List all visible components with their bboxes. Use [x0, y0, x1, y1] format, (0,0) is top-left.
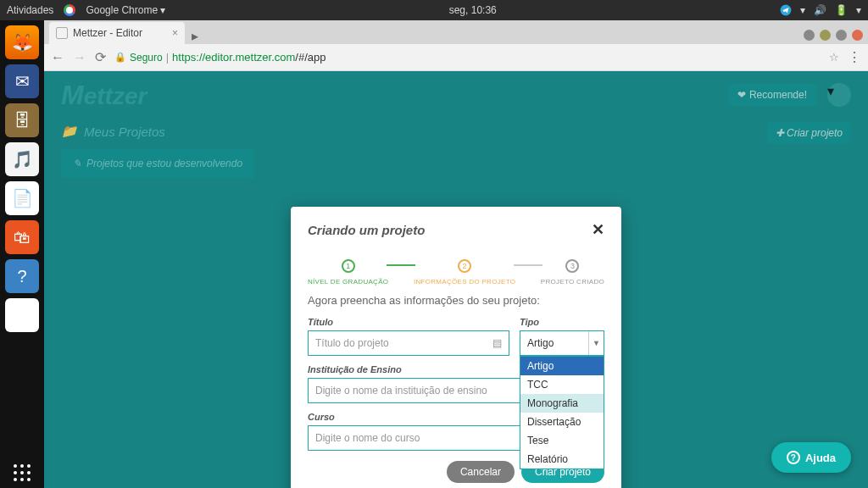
nav-forward: →: [73, 50, 86, 65]
tipo-dropdown: ArtigoTCCMonografiaDissertaçãoTeseRelató…: [520, 356, 604, 469]
url-field[interactable]: 🔒 Seguro | https://editor.mettzer.com/#/…: [114, 51, 821, 64]
tipo-combobox[interactable]: Artigo ▼: [520, 330, 604, 356]
tipo-option[interactable]: Artigo: [520, 357, 604, 375]
tipo-option[interactable]: Dissertação: [520, 413, 604, 431]
chevron-down-icon[interactable]: ▼: [588, 331, 604, 355]
cancel-button[interactable]: Cancelar: [447, 461, 515, 483]
clock: seg, 10:36: [165, 4, 780, 16]
launcher-help[interactable]: ?: [5, 259, 39, 293]
tipo-option[interactable]: TCC: [520, 375, 604, 394]
tab-title: Mettzer - Editor: [73, 27, 142, 39]
lock-icon: 🔒: [114, 52, 126, 63]
titulo-input[interactable]: Título do projeto ▤: [308, 330, 509, 356]
battery-icon[interactable]: 🔋: [835, 4, 848, 16]
create-project-modal: Criando um projeto ✕ 1NÍVEL DE GRADUAÇÃO…: [291, 207, 621, 488]
bookmark-icon[interactable]: ☆: [829, 51, 839, 64]
profile-icon[interactable]: [804, 30, 815, 41]
modal-close-icon[interactable]: ✕: [592, 220, 604, 239]
volume-icon[interactable]: 🔊: [814, 4, 826, 16]
tab-strip: Mettzer - Editor × ▸: [44, 20, 868, 44]
launcher-chrome-active[interactable]: [5, 298, 39, 332]
app-body: Mettzer ❤ Recomende! ▾ 📁 Meus Projetos ✚…: [44, 71, 868, 488]
titulo-label: Título: [308, 317, 509, 327]
power-icon[interactable]: ▾: [856, 4, 861, 16]
chrome-icon: [64, 4, 75, 16]
window-maximize[interactable]: [836, 30, 847, 41]
telegram-icon[interactable]: [780, 4, 792, 16]
tipo-option[interactable]: Relatório: [520, 450, 604, 469]
network-icon[interactable]: ▾: [800, 4, 805, 16]
nav-reload[interactable]: ⟳: [95, 49, 106, 65]
tipo-option[interactable]: Monografia: [520, 394, 604, 413]
secure-label: Seguro: [130, 52, 163, 64]
app-menu[interactable]: Google Chrome ▾: [86, 4, 165, 16]
launcher-software[interactable]: 🛍: [5, 220, 39, 254]
nav-back[interactable]: ←: [51, 50, 64, 65]
activities-button[interactable]: Atividades: [7, 4, 53, 16]
window-close[interactable]: [852, 30, 863, 41]
chrome-window: Mettzer - Editor × ▸ ← → ⟳ 🔒 Seguro | ht…: [44, 20, 868, 488]
browser-tab[interactable]: Mettzer - Editor ×: [49, 22, 185, 44]
step-2: 2INFORMAÇÕES DO PROJETO: [414, 259, 515, 286]
os-top-bar: Atividades Google Chrome ▾ seg, 10:36 ▾ …: [0, 0, 868, 20]
ubuntu-launcher: 🦊 ✉ 🗄 🎵 📄 🛍 ?: [0, 20, 44, 488]
chrome-menu-icon[interactable]: ⋮: [848, 49, 861, 65]
favicon: [56, 27, 68, 39]
launcher-libreoffice[interactable]: 📄: [5, 181, 39, 215]
address-bar: ← → ⟳ 🔒 Seguro | https://editor.mettzer.…: [44, 44, 868, 71]
tipo-label: Tipo: [520, 317, 604, 327]
tipo-option[interactable]: Tese: [520, 431, 604, 450]
launcher-firefox[interactable]: 🦊: [5, 25, 39, 59]
launcher-apps-grid[interactable]: [14, 464, 31, 481]
step-3: 3PROJETO CRIADO: [541, 259, 604, 286]
stepper: 1NÍVEL DE GRADUAÇÃO 2INFORMAÇÕES DO PROJ…: [308, 259, 604, 286]
help-icon: ?: [787, 451, 800, 464]
step-1: 1NÍVEL DE GRADUAÇÃO: [308, 259, 388, 286]
modal-title: Criando um projeto: [308, 223, 425, 237]
modal-instruction: Agora preencha as informações do seu pro…: [308, 294, 604, 307]
document-icon: ▤: [492, 337, 502, 349]
launcher-thunderbird[interactable]: ✉: [5, 64, 39, 98]
launcher-files[interactable]: 🗄: [5, 103, 39, 137]
window-minimize[interactable]: [820, 30, 831, 41]
new-tab-button[interactable]: ▸: [185, 28, 205, 44]
launcher-rhythmbox[interactable]: 🎵: [5, 142, 39, 176]
help-widget[interactable]: ? Ajuda: [771, 442, 851, 473]
tab-close-icon[interactable]: ×: [172, 27, 178, 39]
